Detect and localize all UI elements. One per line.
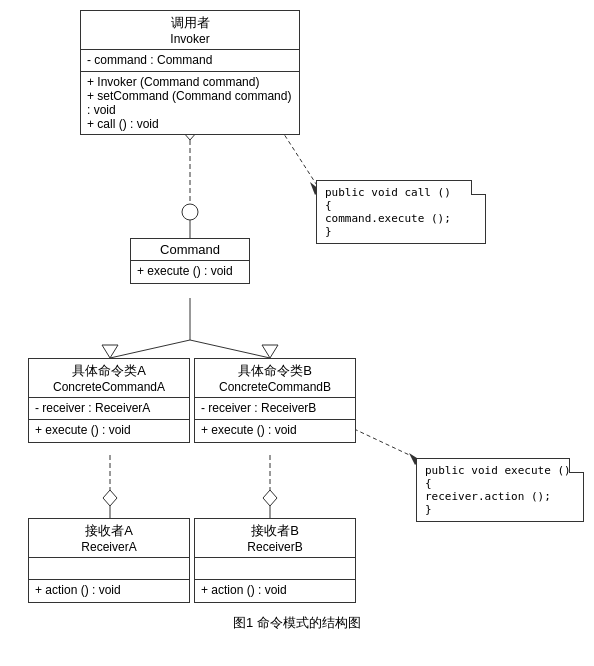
receiver-a-en-label: ReceiverA — [35, 540, 183, 554]
command-cn-label: Command — [137, 242, 243, 257]
svg-marker-12 — [103, 490, 117, 506]
concrete-a-header: 具体命令类A ConcreteCommandA — [29, 359, 189, 398]
command-box: Command + execute () : void — [130, 238, 250, 284]
concrete-a-method: + execute () : void — [29, 420, 189, 442]
invoker-box: 调用者 Invoker - command : Command + Invoke… — [80, 10, 300, 135]
receiver-b-header: 接收者B ReceiverB — [195, 519, 355, 558]
receiver-a-empty — [29, 558, 189, 580]
invoker-header: 调用者 Invoker — [81, 11, 299, 50]
receiver-a-box: 接收者A ReceiverA + action () : void — [28, 518, 190, 603]
code-note-2-line4: } — [425, 503, 575, 516]
receiver-a-cn-label: 接收者A — [35, 522, 183, 540]
concrete-b-header: 具体命令类B ConcreteCommandB — [195, 359, 355, 398]
code-note-2-line1: public void execute () — [425, 464, 575, 477]
concrete-a-cn-label: 具体命令类A — [35, 362, 183, 380]
concrete-a-en-label: ConcreteCommandA — [35, 380, 183, 394]
code-note-1-line2: { — [325, 199, 477, 212]
code-note-2-line2: { — [425, 477, 575, 490]
concrete-a-field: - receiver : ReceiverA — [29, 398, 189, 420]
command-header: Command — [131, 239, 249, 261]
svg-line-8 — [190, 340, 270, 358]
invoker-field: - command : Command — [81, 50, 299, 72]
command-method: + execute () : void — [131, 261, 249, 283]
svg-marker-9 — [102, 345, 118, 358]
svg-point-2 — [182, 204, 198, 220]
invoker-cn-label: 调用者 — [87, 14, 293, 32]
receiver-a-method: + action () : void — [29, 580, 189, 602]
svg-marker-10 — [262, 345, 278, 358]
concrete-b-box: 具体命令类B ConcreteCommandB - receiver : Rec… — [194, 358, 356, 443]
receiver-b-en-label: ReceiverB — [201, 540, 349, 554]
code-note-2: public void execute () { receiver.action… — [416, 458, 584, 522]
concrete-b-en-label: ConcreteCommandB — [201, 380, 349, 394]
receiver-a-header: 接收者A ReceiverA — [29, 519, 189, 558]
concrete-b-field: - receiver : ReceiverB — [195, 398, 355, 420]
invoker-methods: + Invoker (Command command) + setCommand… — [81, 72, 299, 134]
concrete-b-method: + execute () : void — [195, 420, 355, 442]
svg-marker-15 — [263, 490, 277, 506]
code-note-1-line1: public void call () — [325, 186, 477, 199]
svg-line-7 — [110, 340, 190, 358]
diagram: 调用者 Invoker - command : Command + Invoke… — [0, 0, 594, 640]
code-note-2-line3: receiver.action (); — [425, 490, 575, 503]
concrete-a-box: 具体命令类A ConcreteCommandA - receiver : Rec… — [28, 358, 190, 443]
receiver-b-box: 接收者B ReceiverB + action () : void — [194, 518, 356, 603]
concrete-b-cn-label: 具体命令类B — [201, 362, 349, 380]
receiver-b-method: + action () : void — [195, 580, 355, 602]
invoker-en-label: Invoker — [87, 32, 293, 46]
code-note-1: public void call () { command.execute ()… — [316, 180, 486, 244]
receiver-b-cn-label: 接收者B — [201, 522, 349, 540]
code-note-1-line3: command.execute (); — [325, 212, 477, 225]
figure-caption: 图1 命令模式的结构图 — [0, 614, 594, 632]
code-note-1-line4: } — [325, 225, 477, 238]
receiver-b-empty — [195, 558, 355, 580]
